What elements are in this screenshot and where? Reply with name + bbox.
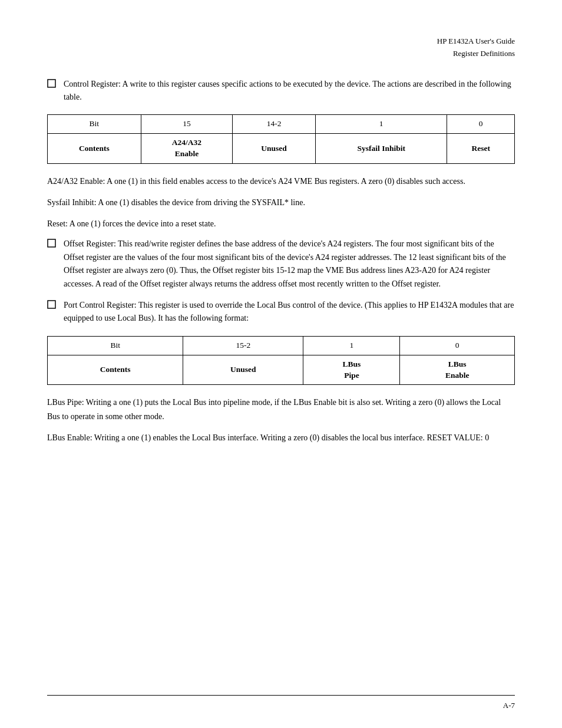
table1-r2c4: Sysfail Inhibit	[316, 134, 447, 164]
svg-rect-0	[48, 80, 55, 87]
reset-text: Reset: A one (1) forces the device into …	[47, 217, 515, 231]
port-control-register-block: Port Control Register: This register is …	[47, 299, 515, 325]
bullet-icon-1	[47, 79, 59, 91]
table1-wrap: Bit 15 14-2 1 0 Contents A24/A32Enable U…	[47, 114, 515, 164]
bullet-icon-2	[47, 239, 59, 251]
lbus-pipe-text: LBus Pipe: Writing a one (1) puts the Lo…	[47, 396, 515, 424]
table1-r1c5: 0	[447, 115, 515, 134]
table2-r2c3: LBusPipe	[303, 355, 400, 385]
register-table-2: Bit 15-2 1 0 Contents Unused LBusPipe LB…	[47, 336, 515, 386]
table2-wrap: Bit 15-2 1 0 Contents Unused LBusPipe LB…	[47, 336, 515, 386]
sysfail-text: Sysfail Inhibit: A one (1) disables the …	[47, 196, 515, 210]
table2-r1c3: 1	[303, 336, 400, 355]
offset-register-block: Offset Register: This read/write registe…	[47, 238, 515, 291]
table2-r2c2: Unused	[183, 355, 303, 385]
bullet-icon-3	[47, 300, 59, 312]
svg-rect-1	[48, 239, 55, 247]
table1-row1: Bit 15 14-2 1 0	[48, 115, 515, 134]
table1-r2c3: Unused	[233, 134, 316, 164]
a2432-enable-text: A24/A32 Enable: A one (1) in this field …	[47, 174, 515, 189]
table2-r1c1: Bit	[48, 336, 183, 355]
table2-row2: Contents Unused LBusPipe LBusEnable	[48, 355, 515, 385]
table2-r1c2: 15-2	[183, 336, 303, 355]
footer-page-number: A-7	[503, 701, 515, 710]
table1-r2c5: Reset	[447, 134, 515, 164]
register-table-1: Bit 15 14-2 1 0 Contents A24/A32Enable U…	[47, 114, 515, 164]
table2-r2c4: LBusEnable	[400, 355, 515, 385]
footer-line	[47, 695, 515, 696]
table1-r1c3: 14-2	[233, 115, 316, 134]
table1-row2: Contents A24/A32Enable Unused Sysfail In…	[48, 134, 515, 164]
port-control-register-text: Port Control Register: This register is …	[64, 299, 515, 325]
table1-r2c2: A24/A32Enable	[141, 134, 232, 164]
header-line2: Register Definitions	[47, 48, 515, 60]
table1-r1c2: 15	[141, 115, 232, 134]
lbus-enable-text: LBus Enable: Writing a one (1) enables t…	[47, 431, 515, 445]
table1-r2c1: Contents	[48, 134, 141, 164]
page-header: HP E1432A User's Guide Register Definiti…	[47, 35, 515, 60]
header-line1: HP E1432A User's Guide	[47, 35, 515, 48]
table2-r2c1: Contents	[48, 355, 183, 385]
offset-register-text: Offset Register: This read/write registe…	[64, 238, 515, 291]
control-register-text: Control Register: A write to this regist…	[64, 78, 515, 104]
control-register-block: Control Register: A write to this regist…	[47, 78, 515, 104]
table1-r1c1: Bit	[48, 115, 141, 134]
svg-rect-2	[48, 301, 55, 308]
table1-r1c4: 1	[316, 115, 447, 134]
table2-row1: Bit 15-2 1 0	[48, 336, 515, 355]
table2-r1c4: 0	[400, 336, 515, 355]
